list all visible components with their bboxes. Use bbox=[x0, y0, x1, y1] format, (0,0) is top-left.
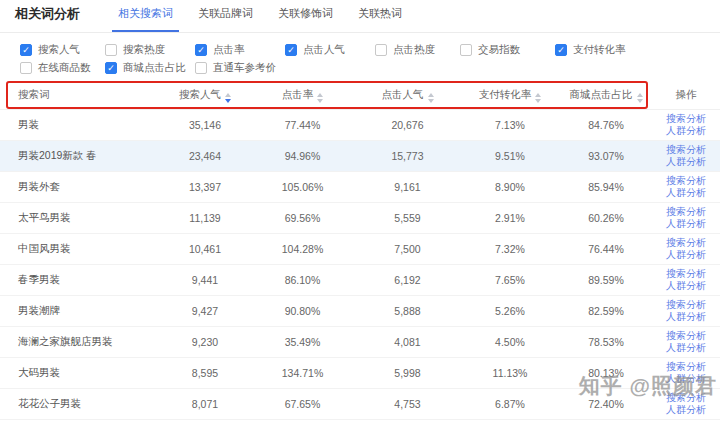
search-analysis-link[interactable]: 搜索分析 bbox=[666, 175, 706, 187]
filter-ztc-reference-price[interactable]: 直通车参考价 bbox=[195, 61, 285, 75]
filter-click-rate[interactable]: 点击率 bbox=[195, 43, 285, 57]
table-row[interactable]: 男装 35,146 77.44% 20,676 7.13% 84.76% 搜索分… bbox=[0, 110, 720, 141]
search-analysis-link[interactable]: 搜索分析 bbox=[666, 237, 706, 249]
checkbox-icon[interactable] bbox=[105, 44, 117, 56]
cell-click-popularity: 20,676 bbox=[355, 119, 460, 131]
cell-click-rate: 35.49% bbox=[250, 336, 355, 348]
crowd-analysis-link[interactable]: 人群分析 bbox=[666, 249, 706, 261]
crowd-analysis-link[interactable]: 人群分析 bbox=[666, 404, 706, 416]
cell-search-popularity: 9,427 bbox=[160, 305, 250, 317]
cell-search-popularity: 11,139 bbox=[160, 212, 250, 224]
filter-label: 搜索热度 bbox=[123, 43, 165, 57]
cell-click-popularity: 5,888 bbox=[355, 305, 460, 317]
sort-icon[interactable] bbox=[535, 93, 541, 103]
sort-icon[interactable] bbox=[317, 93, 323, 103]
checkbox-icon[interactable] bbox=[460, 44, 472, 56]
crowd-analysis-link[interactable]: 人群分析 bbox=[666, 187, 706, 199]
checkbox-icon[interactable] bbox=[105, 62, 117, 74]
filter-search-heat[interactable]: 搜索热度 bbox=[105, 43, 195, 57]
filter-online-products[interactable]: 在线商品数 bbox=[20, 61, 105, 75]
cell-mall-click-ratio: 84.76% bbox=[560, 119, 652, 131]
col-header-click-rate[interactable]: 点击率 bbox=[250, 88, 355, 103]
cell-mall-click-ratio: 76.44% bbox=[560, 243, 652, 255]
cell-mall-click-ratio: 85.94% bbox=[560, 181, 652, 193]
table-row[interactable]: 中国风男装 10,461 104.28% 7,500 7.32% 76.44% … bbox=[0, 234, 720, 265]
tab-related-search-words[interactable]: 相关搜索词 bbox=[112, 6, 179, 32]
tab-related-brand-words[interactable]: 关联品牌词 bbox=[192, 6, 259, 32]
filter-click-heat[interactable]: 点击热度 bbox=[375, 43, 460, 57]
cell-keyword: 男装2019新款 春 bbox=[0, 149, 160, 163]
checkbox-icon[interactable] bbox=[555, 44, 567, 56]
search-analysis-link[interactable]: 搜索分析 bbox=[666, 268, 706, 280]
cell-click-popularity: 5,998 bbox=[355, 367, 460, 379]
cell-mall-click-ratio: 78.53% bbox=[560, 336, 652, 348]
crowd-analysis-link[interactable]: 人群分析 bbox=[666, 342, 706, 354]
cell-actions: 搜索分析人群分析 bbox=[652, 237, 720, 261]
cell-click-rate: 67.65% bbox=[250, 398, 355, 410]
cell-pay-conversion: 9.51% bbox=[460, 150, 560, 162]
search-analysis-link[interactable]: 搜索分析 bbox=[666, 361, 706, 373]
search-analysis-link[interactable]: 搜索分析 bbox=[666, 330, 706, 342]
filter-pay-conversion-rate[interactable]: 支付转化率 bbox=[555, 43, 720, 57]
search-analysis-link[interactable]: 搜索分析 bbox=[666, 113, 706, 125]
cell-keyword: 花花公子男装 bbox=[0, 397, 160, 411]
sort-icon[interactable] bbox=[637, 93, 643, 103]
checkbox-icon[interactable] bbox=[375, 44, 387, 56]
crowd-analysis-link[interactable]: 人群分析 bbox=[666, 125, 706, 137]
cell-actions: 搜索分析人群分析 bbox=[652, 361, 720, 385]
table-row[interactable]: 男装2019新款 春 23,464 94.96% 15,773 9.51% 93… bbox=[0, 141, 720, 172]
table-row[interactable]: 春季男装 9,441 86.10% 6,192 7.65% 89.59% 搜索分… bbox=[0, 265, 720, 296]
tab-related-hot-words[interactable]: 关联热词 bbox=[352, 6, 408, 32]
filter-search-popularity[interactable]: 搜索人气 bbox=[20, 43, 105, 57]
crowd-analysis-link[interactable]: 人群分析 bbox=[666, 218, 706, 230]
cell-search-popularity: 23,464 bbox=[160, 150, 250, 162]
tab-related-modifier-words[interactable]: 关联修饰词 bbox=[272, 6, 339, 32]
cell-click-rate: 105.06% bbox=[250, 181, 355, 193]
table-row[interactable]: 男装外套 13,397 105.06% 9,161 8.90% 85.94% 搜… bbox=[0, 172, 720, 203]
search-analysis-link[interactable]: 搜索分析 bbox=[666, 206, 706, 218]
filter-click-popularity[interactable]: 点击人气 bbox=[285, 43, 375, 57]
checkbox-icon[interactable] bbox=[285, 44, 297, 56]
filter-mall-click-ratio[interactable]: 商城点击占比 bbox=[105, 61, 195, 75]
search-analysis-link[interactable]: 搜索分析 bbox=[666, 392, 706, 404]
table-row[interactable]: 男装潮牌 9,427 90.80% 5,888 5.26% 82.59% 搜索分… bbox=[0, 296, 720, 327]
checkbox-icon[interactable] bbox=[20, 62, 32, 74]
cell-search-popularity: 8,071 bbox=[160, 398, 250, 410]
cell-click-popularity: 7,500 bbox=[355, 243, 460, 255]
filter-label: 点击热度 bbox=[393, 43, 435, 57]
cell-mall-click-ratio: 72.40% bbox=[560, 398, 652, 410]
cell-search-popularity: 9,230 bbox=[160, 336, 250, 348]
filter-transaction-index[interactable]: 交易指数 bbox=[460, 43, 555, 57]
crowd-analysis-link[interactable]: 人群分析 bbox=[666, 311, 706, 323]
crowd-analysis-link[interactable]: 人群分析 bbox=[666, 373, 706, 385]
cell-actions: 搜索分析人群分析 bbox=[652, 206, 720, 230]
cell-keyword: 男装潮牌 bbox=[0, 304, 160, 318]
crowd-analysis-link[interactable]: 人群分析 bbox=[666, 156, 706, 168]
table-row[interactable]: 花花公子男装 8,071 67.65% 4,753 6.87% 72.40% 搜… bbox=[0, 389, 720, 420]
cell-keyword: 男装外套 bbox=[0, 180, 160, 194]
col-header-pay-conversion[interactable]: 支付转化率 bbox=[460, 88, 560, 103]
col-header-click-popularity[interactable]: 点击人气 bbox=[355, 88, 460, 103]
cell-actions: 搜索分析人群分析 bbox=[652, 330, 720, 354]
cell-actions: 搜索分析人群分析 bbox=[652, 175, 720, 199]
filter-label: 支付转化率 bbox=[573, 43, 626, 57]
table-row[interactable]: 大码男装 8,595 134.71% 5,998 11.13% 80.13% 搜… bbox=[0, 358, 720, 389]
checkbox-icon[interactable] bbox=[20, 44, 32, 56]
table-row[interactable]: 海澜之家旗舰店男装 9,230 35.49% 4,081 4.50% 78.53… bbox=[0, 327, 720, 358]
table-row[interactable]: 太平鸟男装 11,139 69.56% 5,559 2.91% 60.26% 搜… bbox=[0, 203, 720, 234]
search-analysis-link[interactable]: 搜索分析 bbox=[666, 144, 706, 156]
filter-label: 直通车参考价 bbox=[213, 61, 276, 75]
col-header-search-popularity[interactable]: 搜索人气 bbox=[160, 88, 250, 103]
cell-click-popularity: 15,773 bbox=[355, 150, 460, 162]
checkbox-icon[interactable] bbox=[195, 62, 207, 74]
search-analysis-link[interactable]: 搜索分析 bbox=[666, 299, 706, 311]
crowd-analysis-link[interactable]: 人群分析 bbox=[666, 280, 706, 292]
filter-label: 在线商品数 bbox=[38, 61, 91, 75]
sort-desc-icon[interactable] bbox=[225, 93, 231, 103]
cell-click-rate: 94.96% bbox=[250, 150, 355, 162]
sort-icon[interactable] bbox=[428, 93, 434, 103]
filter-label: 点击率 bbox=[213, 43, 245, 57]
checkbox-icon[interactable] bbox=[195, 44, 207, 56]
cell-pay-conversion: 11.13% bbox=[460, 367, 560, 379]
col-header-mall-click-ratio[interactable]: 商城点击占比 bbox=[560, 88, 652, 103]
